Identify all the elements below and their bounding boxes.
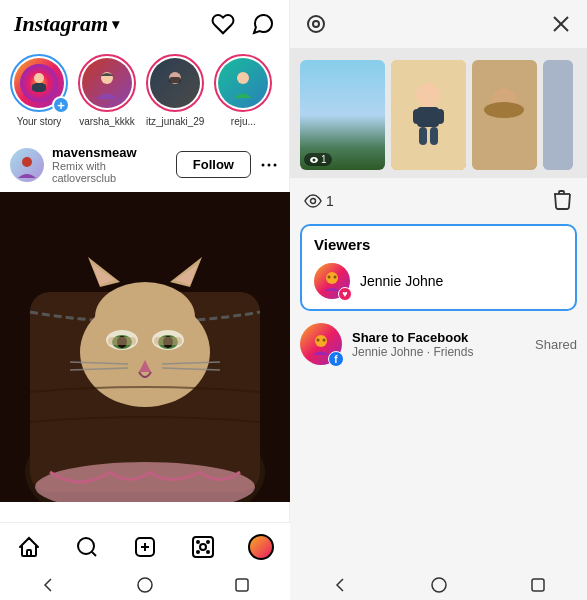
svg-point-50: [313, 21, 319, 27]
ring-icon[interactable]: [304, 12, 328, 36]
svg-rect-48: [236, 579, 248, 591]
svg-point-70: [317, 339, 320, 342]
svg-point-44: [207, 541, 209, 543]
your-story-avatar-wrapper: +: [10, 54, 68, 112]
nav-add[interactable]: [125, 527, 165, 567]
svg-point-65: [311, 199, 316, 204]
share-info: Share to Facebook Jennie Johne · Friends: [352, 330, 525, 359]
svg-rect-58: [419, 127, 427, 145]
home-button-left[interactable]: [133, 573, 157, 597]
story-action-bar: 1: [290, 178, 587, 224]
svg-point-47: [138, 578, 152, 592]
svg-rect-7: [169, 77, 181, 83]
story-item-your[interactable]: + Your story: [10, 54, 68, 127]
heart-icon[interactable]: [211, 12, 235, 36]
svg-point-69: [315, 335, 327, 347]
nav-home[interactable]: [9, 527, 49, 567]
app-header: Instagram ▾: [0, 0, 289, 48]
svg-point-68: [334, 276, 337, 279]
nav-reels[interactable]: [183, 527, 223, 567]
story-item-varsha[interactable]: varsha_kkkk: [78, 54, 136, 127]
post-user-avatar[interactable]: [10, 148, 44, 182]
story-item-reju[interactable]: reju...: [214, 54, 272, 127]
svg-point-71: [323, 339, 326, 342]
story-img-reju: [218, 58, 268, 108]
recents-button-left[interactable]: [230, 573, 254, 597]
svg-rect-64: [543, 60, 573, 170]
header-icons: [211, 12, 275, 36]
nav-profile[interactable]: [241, 527, 281, 567]
story-label-itz: itz_junaki_29: [146, 116, 204, 127]
follow-button[interactable]: Follow: [176, 151, 251, 178]
left-panel: Instagram ▾: [0, 0, 290, 600]
story-thumb-3[interactable]: [472, 60, 537, 170]
story-ring-varsha: [78, 54, 136, 112]
bottom-nav: [0, 522, 290, 570]
story-label-varsha: varsha_kkkk: [79, 116, 135, 127]
svg-point-72: [432, 578, 446, 592]
your-story-label: Your story: [17, 116, 62, 127]
svg-point-36: [78, 538, 94, 554]
sys-nav-left: [0, 570, 290, 600]
instagram-logo: Instagram ▾: [14, 11, 119, 37]
story-ring-reju: [214, 54, 272, 112]
share-avatar: f: [300, 323, 342, 365]
thumb-viewer-count: 1: [304, 153, 332, 166]
back-button-left[interactable]: [36, 573, 60, 597]
home-button-right[interactable]: [427, 573, 451, 597]
story-label-reju: reju...: [231, 116, 256, 127]
messenger-icon[interactable]: [251, 12, 275, 36]
post-header: mavensmeaw Remix with catloversclub Foll…: [0, 137, 289, 192]
svg-point-49: [308, 16, 324, 32]
story-img-itz: [150, 58, 200, 108]
svg-point-10: [262, 163, 265, 166]
story-item-itz[interactable]: itz_junaki_29: [146, 54, 204, 127]
svg-point-12: [274, 163, 277, 166]
svg-point-42: [200, 544, 206, 550]
right-panel: 1: [290, 0, 587, 600]
svg-point-66: [326, 272, 338, 284]
viewer-count: 1: [304, 192, 334, 210]
share-subtitle: Jennie Johne · Friends: [352, 345, 525, 359]
post-subtitle: Remix with catloversclub: [52, 160, 168, 184]
story-thumb-4[interactable]: [543, 60, 573, 170]
chevron-down-icon[interactable]: ▾: [112, 16, 119, 33]
action-icons: [551, 188, 573, 214]
story-ring-itz: [146, 54, 204, 112]
svg-line-37: [92, 551, 96, 555]
post-image: [0, 192, 290, 502]
viewer-name[interactable]: Jennie Johne: [360, 273, 443, 289]
shared-status: Shared: [535, 337, 577, 352]
story-thumb-2[interactable]: [391, 60, 466, 170]
close-button[interactable]: [549, 12, 573, 36]
svg-rect-59: [430, 127, 438, 145]
facebook-badge: f: [328, 351, 344, 367]
svg-point-62: [484, 102, 524, 118]
story-img-varsha: [82, 58, 132, 108]
svg-rect-4: [42, 84, 46, 91]
svg-point-11: [268, 163, 271, 166]
svg-point-67: [328, 276, 331, 279]
recents-button-right[interactable]: [526, 573, 550, 597]
svg-point-45: [197, 551, 199, 553]
svg-point-63: [486, 120, 522, 150]
svg-point-1: [34, 73, 44, 83]
svg-rect-29: [154, 337, 182, 345]
post-username[interactable]: mavensmeaw: [52, 145, 168, 160]
viewers-title: Viewers: [314, 236, 563, 253]
svg-rect-56: [413, 109, 421, 124]
post-user-info: mavensmeaw Remix with catloversclub: [52, 145, 168, 184]
delete-icon[interactable]: [551, 188, 573, 214]
more-options-icon[interactable]: [259, 155, 279, 175]
back-button-right[interactable]: [328, 573, 352, 597]
story-thumb-1[interactable]: 1: [300, 60, 385, 170]
svg-rect-28: [108, 337, 136, 345]
svg-point-9: [22, 157, 32, 167]
right-top-bar: [290, 0, 587, 48]
svg-point-46: [207, 551, 209, 553]
svg-rect-57: [436, 109, 444, 124]
svg-rect-73: [532, 579, 544, 591]
nav-search[interactable]: [67, 527, 107, 567]
sys-nav-right: [290, 570, 587, 600]
share-title: Share to Facebook: [352, 330, 525, 345]
